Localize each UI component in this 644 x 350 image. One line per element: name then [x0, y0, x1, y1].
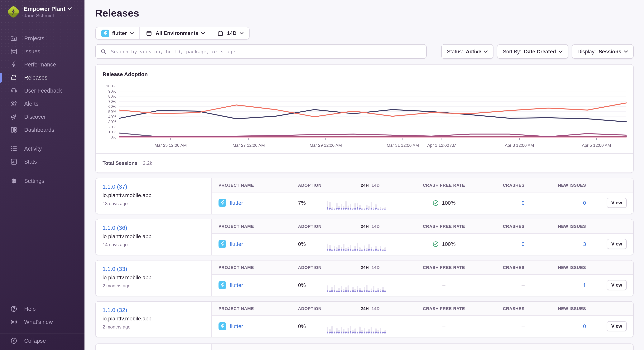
- sidebar-item-releases[interactable]: Releases: [0, 71, 84, 84]
- svg-text:Mar 31 12:00 AM: Mar 31 12:00 AM: [387, 143, 419, 148]
- col-new-issues: NEW ISSUES: [524, 183, 586, 187]
- range-toggle-24h[interactable]: 24H: [360, 224, 369, 229]
- adoption-value: 0%: [298, 241, 327, 247]
- sidebar-item-dashboards[interactable]: Dashboards: [0, 123, 84, 136]
- sidebar-item-discover[interactable]: Discover: [0, 110, 84, 123]
- chevron-down-icon: [240, 32, 244, 35]
- release-package: io.planttv.mobile.app: [102, 233, 204, 239]
- col-project-name: PROJECT NAME: [212, 306, 298, 311]
- sidebar-divider: [0, 333, 84, 333]
- range-toggle-14d[interactable]: 14D: [372, 183, 380, 187]
- environment-filter-value: All Environments: [156, 30, 198, 36]
- view-button[interactable]: View: [606, 280, 627, 290]
- release-summary: 1.1.0 (33) io.planttv.mobile.app 2 month…: [96, 260, 212, 296]
- sessions-sparkline: [327, 241, 386, 251]
- issues-icon: [10, 48, 18, 55]
- release-package: io.planttv.mobile.app: [102, 192, 204, 198]
- sidebar-item-help[interactable]: Help: [0, 302, 84, 315]
- crash-free-value: –: [442, 282, 446, 288]
- sidebar-item-stats[interactable]: Stats: [0, 155, 84, 168]
- release-card: 1.1.0 (36) io.planttv.mobile.app 14 days…: [95, 219, 634, 255]
- svg-text:Mar 29 12:00 AM: Mar 29 12:00 AM: [310, 143, 342, 148]
- col-crashes: CRASHES: [488, 224, 524, 229]
- col-adoption: ADOPTION: [298, 306, 327, 311]
- sort-by-dropdown[interactable]: Sort By:Date Created: [497, 44, 568, 59]
- sidebar-collapse-button[interactable]: Collapse: [0, 334, 84, 347]
- release-summary: 1.1.0 (37) io.planttv.mobile.app 13 days…: [96, 178, 212, 214]
- dashboards-icon: [10, 126, 18, 134]
- release-version-link[interactable]: 1.1.0 (32): [102, 306, 127, 313]
- release-table-row: flutter 0% – – 0 View: [212, 316, 633, 337]
- col-crashes: CRASHES: [488, 183, 524, 187]
- project-filter[interactable]: flutter: [96, 27, 140, 39]
- org-logo-icon: [7, 5, 20, 19]
- svg-text:60%: 60%: [108, 104, 116, 109]
- col-project-name: PROJECT NAME: [212, 183, 298, 187]
- range-toggle-14d[interactable]: 14D: [372, 224, 380, 229]
- release-version-link[interactable]: 1.1.0 (37): [102, 183, 127, 190]
- svg-text:100%: 100%: [106, 84, 116, 88]
- new-issues-link[interactable]: 0: [583, 200, 586, 206]
- gear-icon: [10, 177, 18, 185]
- view-button[interactable]: View: [606, 198, 627, 208]
- sidebar-item-activity[interactable]: Activity: [0, 142, 84, 155]
- sidebar-item-user-feedback[interactable]: User Feedback: [0, 84, 84, 97]
- release-created: 13 days ago: [102, 201, 204, 206]
- svg-text:20%: 20%: [108, 125, 116, 129]
- discover-icon: [10, 113, 18, 121]
- display-dropdown[interactable]: Display:Sessions: [572, 44, 634, 59]
- sidebar-item-projects[interactable]: Projects: [0, 32, 84, 45]
- project-link[interactable]: flutter: [230, 241, 243, 247]
- org-switcher[interactable]: Empower Plant Jane Schmidt: [0, 0, 84, 22]
- release-summary: 1.1.0 (32) io.planttv.mobile.app 2 month…: [96, 302, 212, 337]
- search-input[interactable]: [110, 48, 422, 55]
- release-card-partial: [95, 343, 634, 350]
- status-dropdown[interactable]: Status:Active: [441, 44, 494, 59]
- range-toggle-14d[interactable]: 14D: [372, 306, 380, 311]
- app-window: Empower Plant Jane Schmidt Projects Issu…: [0, 0, 644, 350]
- sessions-sparkline: [327, 323, 386, 333]
- release-version-link[interactable]: 1.1.0 (33): [102, 265, 127, 272]
- range-toggle-24h[interactable]: 24H: [360, 306, 369, 311]
- view-button[interactable]: View: [606, 321, 627, 331]
- project-link[interactable]: flutter: [230, 200, 243, 206]
- adoption-value: 0%: [298, 323, 327, 329]
- new-issues-link[interactable]: 3: [583, 241, 586, 247]
- environment-filter[interactable]: All Environments: [140, 27, 211, 39]
- release-created: 2 months ago: [102, 283, 204, 288]
- project-link[interactable]: flutter: [230, 282, 243, 288]
- main-content: Releases flutter All Environments 14D: [84, 0, 644, 350]
- adoption-value: 0%: [298, 282, 327, 288]
- sidebar-item-performance[interactable]: Performance: [0, 58, 84, 71]
- alerts-icon: [10, 100, 18, 108]
- sessions-sparkline: [327, 282, 386, 292]
- release-version-link[interactable]: 1.1.0 (36): [102, 224, 127, 231]
- range-toggle-24h[interactable]: 24H: [360, 265, 369, 270]
- svg-text:Mar 25 12:00 AM: Mar 25 12:00 AM: [154, 143, 187, 148]
- new-issues-link[interactable]: 0: [583, 323, 586, 329]
- col-adoption: ADOPTION: [298, 183, 327, 187]
- release-details: PROJECT NAME ADOPTION 24H14D CRASH FREE …: [212, 260, 633, 296]
- chart-title: Release Adoption: [96, 65, 633, 77]
- date-range-filter[interactable]: 14D: [211, 27, 250, 39]
- release-summary: 1.1.0 (36) io.planttv.mobile.app 14 days…: [96, 219, 212, 255]
- sidebar-item-whats-new[interactable]: What's new: [0, 315, 84, 328]
- release-adoption-card: Release Adoption 0%10%20%30%40%50%60%70%…: [95, 64, 634, 173]
- sidebar-item-settings[interactable]: Settings: [0, 174, 84, 187]
- project-link[interactable]: flutter: [230, 323, 243, 329]
- col-project-name: PROJECT NAME: [212, 224, 298, 229]
- svg-text:10%: 10%: [108, 130, 116, 134]
- crash-free-value: 100%: [442, 241, 456, 247]
- crashes-link[interactable]: 0: [522, 241, 524, 247]
- range-toggle-14d[interactable]: 14D: [372, 265, 380, 270]
- crashes-value: –: [522, 282, 524, 288]
- new-issues-link[interactable]: 1: [583, 282, 586, 288]
- sidebar-item-issues[interactable]: Issues: [0, 45, 84, 58]
- view-button[interactable]: View: [606, 239, 627, 249]
- crashes-link[interactable]: 0: [522, 200, 524, 206]
- releases-icon: [10, 74, 18, 82]
- svg-text:Apr 5 12:00 AM: Apr 5 12:00 AM: [582, 143, 611, 148]
- sidebar-item-alerts[interactable]: Alerts: [0, 97, 84, 110]
- release-details: PROJECT NAME ADOPTION 24H14D CRASH FREE …: [212, 178, 633, 214]
- range-toggle-24h[interactable]: 24H: [360, 183, 369, 187]
